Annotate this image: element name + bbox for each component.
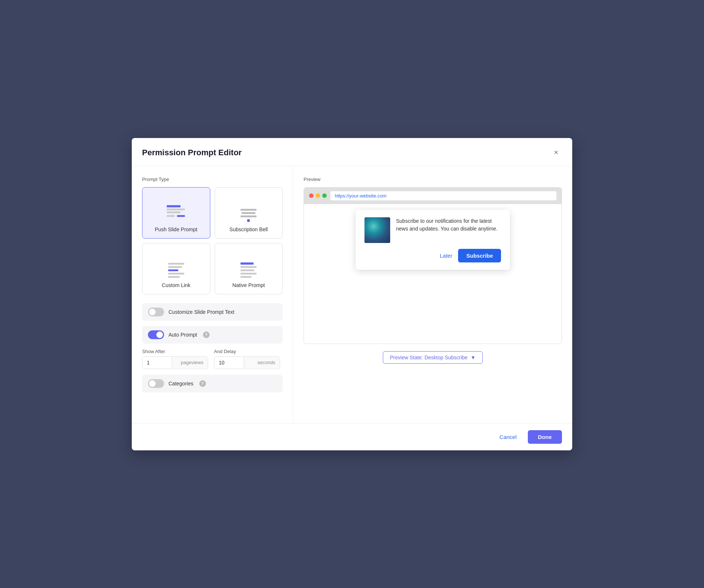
categories-toggle-label: Categories bbox=[168, 381, 193, 386]
modal-header: Permission Prompt Editor × bbox=[132, 138, 572, 166]
close-button[interactable]: × bbox=[550, 147, 562, 159]
delay-row: Show After pageviews And Delay seconds bbox=[142, 349, 283, 369]
browser-bar: https://your-website.com bbox=[304, 188, 562, 204]
show-after-label: Show After bbox=[142, 349, 208, 354]
permission-prompt-modal: Permission Prompt Editor × Prompt Type bbox=[132, 138, 572, 450]
auto-prompt-toggle-label: Auto Prompt bbox=[168, 332, 197, 338]
preview-state-dropdown[interactable]: Preview State: Desktop Subscribe ▼ bbox=[383, 351, 483, 364]
delay-input-wrap: seconds bbox=[214, 356, 280, 369]
categories-help-icon[interactable]: ? bbox=[199, 380, 206, 387]
notification-message: Subscribe to our notifications for the l… bbox=[396, 217, 501, 233]
prompt-type-grid: Push Slide Prompt bbox=[142, 187, 283, 294]
notification-person-image bbox=[364, 217, 390, 243]
notification-top: Subscribe to our notifications for the l… bbox=[364, 217, 501, 243]
browser-dots bbox=[309, 193, 327, 198]
right-panel: Preview https://your-website.com bbox=[293, 166, 572, 423]
customize-toggle-label: Customize Slide Prompt Text bbox=[168, 309, 234, 315]
dot-yellow bbox=[316, 193, 320, 198]
modal-footer: Cancel Done bbox=[132, 423, 572, 450]
browser-mockup: https://your-website.com Subscribe to ou… bbox=[304, 187, 562, 344]
auto-prompt-help-icon[interactable]: ? bbox=[203, 331, 210, 338]
auto-prompt-toggle[interactable] bbox=[148, 330, 164, 339]
cancel-button[interactable]: Cancel bbox=[494, 430, 523, 444]
push-slide-icon bbox=[165, 204, 187, 222]
prompt-card-custom-link[interactable]: Custom Link bbox=[142, 243, 210, 294]
notification-popup: Subscribe to our notifications for the l… bbox=[356, 210, 510, 270]
prompt-card-push-slide[interactable]: Push Slide Prompt bbox=[142, 187, 210, 239]
notification-actions: Later Subscribe bbox=[364, 249, 501, 262]
show-after-field: Show After pageviews bbox=[142, 349, 208, 369]
custom-link-icon bbox=[168, 263, 184, 278]
modal-body: Prompt Type bbox=[132, 166, 572, 423]
categories-toggle[interactable] bbox=[148, 379, 164, 388]
dot-green bbox=[322, 193, 327, 198]
subscription-bell-label: Subscription Bell bbox=[229, 226, 268, 232]
later-button[interactable]: Later bbox=[440, 253, 452, 259]
customize-toggle[interactable] bbox=[148, 308, 164, 316]
notification-image bbox=[364, 217, 390, 243]
modal-overlay: Permission Prompt Editor × Prompt Type bbox=[132, 138, 572, 450]
browser-content: Subscribe to our notifications for the l… bbox=[304, 204, 562, 344]
delay-input[interactable] bbox=[214, 357, 244, 369]
native-prompt-label: Native Prompt bbox=[232, 282, 265, 288]
preview-label: Preview bbox=[304, 177, 562, 182]
show-after-input-wrap: pageviews bbox=[142, 356, 208, 369]
custom-link-label: Custom Link bbox=[162, 282, 190, 288]
prompt-card-native-prompt[interactable]: Native Prompt bbox=[215, 243, 283, 294]
prompt-type-label: Prompt Type bbox=[142, 177, 283, 182]
auto-prompt-toggle-row: Auto Prompt ? bbox=[142, 326, 283, 344]
dot-red bbox=[309, 193, 313, 198]
subscribe-button[interactable]: Subscribe bbox=[458, 249, 501, 262]
done-button[interactable]: Done bbox=[528, 430, 562, 444]
preview-state-label: Preview State: Desktop Subscribe bbox=[390, 355, 468, 360]
preview-state-container: Preview State: Desktop Subscribe ▼ bbox=[304, 351, 562, 364]
prompt-card-subscription-bell[interactable]: Subscription Bell bbox=[215, 187, 283, 239]
push-slide-label: Push Slide Prompt bbox=[155, 226, 197, 232]
show-after-unit: pageviews bbox=[172, 357, 208, 368]
delay-label: And Delay bbox=[214, 349, 280, 354]
show-after-input[interactable] bbox=[142, 357, 172, 369]
delay-unit: seconds bbox=[244, 357, 280, 368]
left-panel: Prompt Type bbox=[132, 166, 293, 423]
preview-state-arrow: ▼ bbox=[471, 355, 476, 360]
customize-toggle-row: Customize Slide Prompt Text bbox=[142, 303, 283, 321]
browser-url: https://your-website.com bbox=[330, 191, 556, 200]
native-prompt-icon bbox=[240, 262, 257, 278]
delay-field: And Delay seconds bbox=[214, 349, 280, 369]
categories-toggle-row: Categories ? bbox=[142, 375, 283, 392]
modal-title: Permission Prompt Editor bbox=[142, 148, 242, 157]
subscription-bell-icon bbox=[240, 209, 257, 222]
